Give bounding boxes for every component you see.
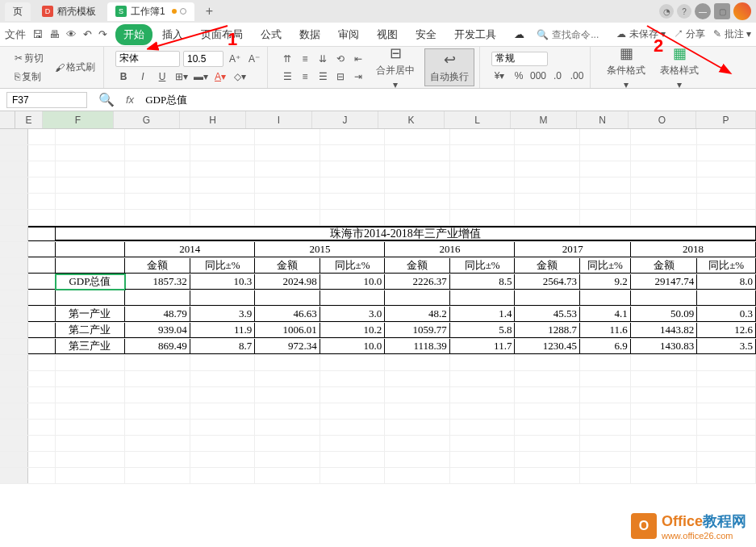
sub-header[interactable]: 金额 — [385, 258, 450, 274]
expand-namebox-icon[interactable]: 🔍 — [94, 92, 119, 107]
cell[interactable] — [28, 452, 55, 467]
cell[interactable] — [631, 387, 698, 403]
cell[interactable] — [450, 194, 516, 209]
cell[interactable] — [631, 210, 698, 225]
sub-header[interactable]: 同比±% — [320, 258, 386, 274]
cell[interactable] — [697, 177, 756, 193]
cell[interactable] — [515, 355, 580, 370]
cell[interactable] — [320, 177, 386, 193]
cell[interactable] — [580, 403, 631, 419]
cell[interactable] — [56, 242, 125, 257]
data-cell[interactable]: 5.8 — [450, 323, 516, 338]
cell[interactable] — [320, 290, 386, 306]
cell[interactable] — [450, 436, 516, 451]
command-search[interactable]: 🔍 — [537, 29, 608, 40]
cell[interactable] — [255, 387, 320, 403]
cell[interactable] — [28, 194, 55, 209]
percent-icon[interactable]: % — [511, 68, 527, 84]
data-cell[interactable]: 12.6 — [697, 323, 756, 338]
cell[interactable] — [255, 177, 320, 193]
cell[interactable] — [56, 290, 125, 306]
cell[interactable] — [125, 145, 190, 161]
data-cell[interactable]: 1230.45 — [515, 339, 580, 354]
cell[interactable] — [190, 387, 256, 403]
grid[interactable]: 珠海市2014-2018年三产业增值20142015201620172018金额… — [0, 129, 756, 532]
select-all-corner[interactable] — [0, 111, 15, 128]
cell[interactable] — [515, 371, 580, 386]
cell[interactable] — [56, 194, 125, 209]
cut-button[interactable]: 剪切 — [11, 50, 47, 67]
cell[interactable] — [697, 210, 756, 225]
sub-header[interactable]: 同比±% — [450, 258, 516, 274]
cell[interactable] — [56, 420, 125, 435]
underline-button[interactable]: U — [154, 69, 170, 85]
sub-header[interactable]: 金额 — [255, 258, 320, 274]
cell[interactable] — [28, 145, 55, 161]
decrease-font-icon[interactable]: A⁻ — [246, 51, 262, 67]
cell[interactable] — [320, 129, 386, 144]
data-cell[interactable]: 9.2 — [580, 274, 631, 290]
cell[interactable] — [631, 177, 698, 193]
cell[interactable] — [580, 420, 631, 435]
cell[interactable] — [190, 129, 256, 144]
cell[interactable] — [28, 436, 55, 451]
data-cell[interactable]: 46.63 — [255, 307, 320, 322]
col-header-F[interactable]: F — [43, 111, 114, 128]
data-cell[interactable]: 45.53 — [515, 307, 580, 322]
cell[interactable] — [385, 452, 450, 467]
border-button[interactable]: ⊞▾ — [173, 69, 190, 85]
cell[interactable] — [385, 161, 450, 177]
add-tab-button[interactable]: + — [198, 4, 221, 19]
redo-icon[interactable]: ↷ — [98, 28, 107, 40]
year-header[interactable]: 2016 — [385, 242, 515, 257]
cell[interactable] — [28, 355, 55, 370]
data-cell[interactable]: 10.3 — [190, 274, 256, 290]
cell[interactable] — [515, 161, 580, 177]
save-icon[interactable]: 🖫 — [32, 28, 43, 40]
cell[interactable] — [190, 194, 256, 209]
comma-icon[interactable]: 000 — [530, 68, 546, 84]
cell[interactable] — [320, 468, 386, 483]
search-input[interactable] — [552, 29, 608, 40]
number-format-select[interactable] — [491, 52, 548, 66]
cell[interactable] — [697, 194, 756, 209]
cell[interactable] — [28, 242, 56, 257]
merge-center-button[interactable]: ⊟合并居中▾ — [371, 43, 420, 92]
orientation-icon[interactable]: ⟲ — [332, 51, 349, 67]
cell[interactable] — [255, 436, 320, 451]
cell[interactable] — [56, 129, 125, 144]
data-cell[interactable]: 0.3 — [697, 307, 756, 322]
cell[interactable] — [28, 420, 55, 435]
tab-review[interactable]: 审阅 — [330, 24, 367, 45]
cell[interactable] — [320, 194, 386, 209]
cell[interactable] — [450, 129, 516, 144]
cell[interactable] — [515, 452, 580, 467]
cell[interactable] — [255, 145, 320, 161]
data-cell[interactable]: 869.49 — [125, 339, 190, 354]
cell[interactable] — [320, 355, 386, 370]
bold-button[interactable]: B — [115, 69, 132, 85]
cell[interactable] — [125, 177, 190, 193]
preview-icon[interactable]: 👁 — [66, 28, 77, 40]
tab-view[interactable]: 视图 — [369, 24, 406, 45]
cell[interactable] — [125, 290, 190, 306]
cell[interactable] — [385, 194, 450, 209]
tab-dev-tools[interactable]: 开发工具 — [446, 24, 504, 45]
indent-right-icon[interactable]: ⇥ — [350, 69, 366, 85]
undo-icon[interactable]: ↶ — [83, 28, 92, 40]
col-header-M[interactable]: M — [511, 111, 577, 128]
sub-header[interactable]: 同比±% — [190, 258, 256, 274]
home-tab[interactable]: 页 — [5, 2, 31, 21]
align-right-icon[interactable]: ☰ — [315, 69, 331, 85]
indent-left-icon[interactable]: ⇤ — [350, 51, 366, 67]
cell[interactable] — [515, 129, 580, 144]
cell[interactable] — [28, 290, 55, 306]
data-cell[interactable]: 6.9 — [580, 339, 631, 354]
fill-color-button[interactable]: ▬▾ — [193, 69, 209, 85]
cell[interactable] — [515, 420, 580, 435]
cell[interactable] — [450, 403, 516, 419]
data-cell[interactable]: 10.0 — [320, 274, 386, 290]
cell[interactable] — [631, 355, 698, 370]
cell[interactable] — [697, 403, 756, 419]
cell[interactable] — [697, 371, 756, 386]
